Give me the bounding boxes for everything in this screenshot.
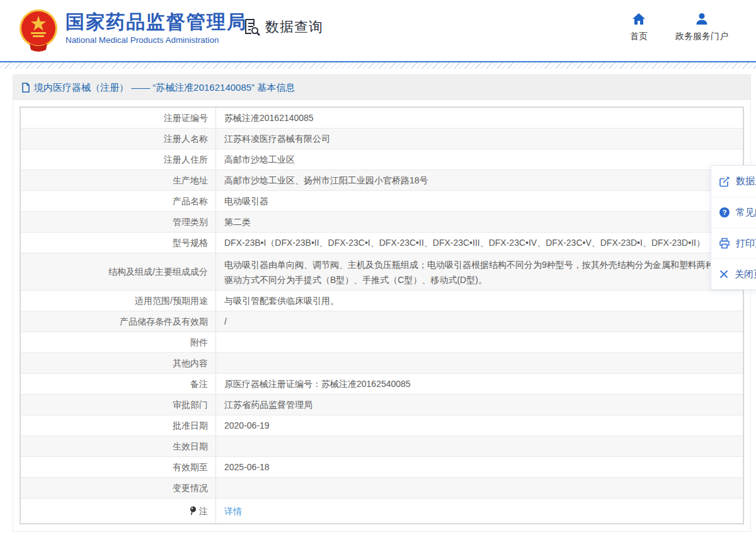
- field-value: 高邮市沙埝工业区、扬州市江阳工业园小官桥路18号: [216, 170, 743, 190]
- field-value: 苏械注准20162140085: [216, 108, 743, 128]
- field-label: 产品名称: [21, 191, 216, 211]
- nav-home[interactable]: 首页: [630, 13, 648, 42]
- table-row: 附件: [21, 332, 743, 352]
- field-label: 注: [21, 499, 216, 523]
- field-label: 结构及组成/主要组成成分: [21, 253, 216, 290]
- table-row: 注册证编号苏械注准20162140085: [21, 108, 743, 128]
- field-value: /: [216, 311, 743, 332]
- field-label: 型号规格: [21, 233, 216, 253]
- field-label: 其他内容: [21, 353, 216, 373]
- field-label: 注册证编号: [21, 108, 216, 128]
- page-title: 境内医疗器械（注册） —— “苏械注准20162140085” 基本信息: [34, 82, 295, 94]
- nav-gov-portal-label: 政务服务门户: [675, 31, 728, 42]
- user-icon: [695, 13, 709, 25]
- detail-link[interactable]: 详情: [224, 505, 242, 517]
- field-label: 生效日期: [21, 436, 216, 456]
- org-title-block: 国家药品监督管理局 National Medical Products Admi…: [66, 11, 247, 45]
- field-value: 江苏省药品监督管理局: [216, 395, 743, 415]
- nav-home-label: 首页: [630, 31, 648, 42]
- table-row: 审批部门江苏省药品监督管理局: [21, 394, 743, 415]
- field-value: 原医疗器械注册证编号：苏械注准20162540085: [216, 374, 743, 394]
- org-name-cn: 国家药品监督管理局: [66, 11, 247, 33]
- home-icon: [632, 13, 646, 25]
- field-label: 产品储存条件及有效期: [21, 311, 216, 332]
- field-value: [216, 332, 743, 352]
- panel-item-print[interactable]: 打印页面: [711, 228, 756, 258]
- floating-tools-panel: 数据反馈 ? 常见问题 打印页面 关闭页面: [711, 165, 756, 290]
- field-value: 江苏科凌医疗器械有限公司: [216, 129, 743, 149]
- field-label: 变更情况: [21, 478, 216, 498]
- field-label: 备注: [21, 374, 216, 394]
- table-row: 产品名称电动吸引器: [21, 190, 743, 211]
- table-row: 结构及组成/主要组成成分电动吸引器由单向阀、调节阀、主机及负压瓶组成；电动吸引器…: [21, 253, 743, 290]
- svg-text:?: ?: [723, 209, 727, 216]
- data-query-link[interactable]: 数据查询: [242, 18, 323, 37]
- table-row: 生效日期: [21, 436, 743, 456]
- field-label: 适用范围/预期用途: [21, 291, 216, 311]
- panel-item-feedback[interactable]: 数据反馈: [711, 166, 756, 197]
- field-label: 管理类别: [21, 212, 216, 232]
- panel-item-label: 关闭页面: [735, 268, 756, 280]
- field-value: DFX-23B•I（DFX-23B•II、DFX-23C•I、DFX-23C•I…: [216, 233, 743, 253]
- field-label: 批准日期: [21, 415, 216, 436]
- table-row: 变更情况: [21, 477, 743, 498]
- field-label: 审批部门: [21, 395, 216, 415]
- panel-item-label: 数据反馈: [736, 175, 756, 187]
- field-value: 第二类: [216, 212, 743, 232]
- org-name-en: National Medical Products Administration: [66, 35, 247, 45]
- table-row: 其他内容: [21, 352, 743, 373]
- data-query-label: 数据查询: [265, 18, 323, 37]
- faq-icon: ?: [719, 207, 730, 218]
- page-header: 国家药品监督管理局 National Medical Products Admi…: [0, 0, 756, 61]
- content-panel: 境内医疗器械（注册） —— “苏械注准20162140085” 基本信息 注册证…: [13, 74, 751, 532]
- header-stripes-band: [0, 62, 756, 69]
- field-label: 生产地址: [21, 170, 216, 190]
- panel-item-label: 打印页面: [736, 238, 756, 250]
- table-row-note: 注 详情: [21, 498, 743, 523]
- feedback-icon: [719, 176, 730, 187]
- registration-info-table: 注册证编号苏械注准20162140085 注册人名称江苏科凌医疗器械有限公司 注…: [20, 107, 744, 524]
- table-row: 批准日期2020-06-19: [21, 415, 743, 436]
- table-row: 适用范围/预期用途与吸引管配套供临床吸引用。: [21, 290, 743, 311]
- field-value: 2020-06-19: [216, 415, 743, 436]
- nav-gov-portal[interactable]: 政务服务门户: [675, 13, 728, 42]
- national-emblem-logo[interactable]: [18, 8, 59, 52]
- field-value: 2025-06-18: [216, 457, 743, 477]
- table-row: 注册人名称江苏科凌医疗器械有限公司: [21, 128, 743, 149]
- field-label: 注册人住所: [21, 149, 216, 170]
- field-value: 详情: [216, 499, 743, 523]
- panel-item-label: 常见问题: [736, 207, 756, 219]
- table-row: 管理类别第二类: [21, 211, 743, 232]
- field-label: 注册人名称: [21, 129, 216, 149]
- panel-item-faq[interactable]: ? 常见问题: [711, 197, 756, 228]
- field-value: 电动吸引器由单向阀、调节阀、主机及负压瓶组成；电动吸引器根据结构不同分为9种型号…: [216, 253, 743, 290]
- document-icon: [21, 83, 30, 93]
- table-row: 生产地址高邮市沙埝工业区、扬州市江阳工业园小官桥路18号: [21, 170, 743, 190]
- panel-item-close[interactable]: 关闭页面: [711, 258, 756, 289]
- table-row: 有效期至2025-06-18: [21, 456, 743, 477]
- field-value: 与吸引管配套供临床吸引用。: [216, 291, 743, 311]
- table-row: 型号规格DFX-23B•I（DFX-23B•II、DFX-23C•I、DFX-2…: [21, 232, 743, 253]
- table-row: 注册人住所高邮市沙埝工业区: [21, 149, 743, 170]
- field-label: 附件: [21, 332, 216, 352]
- print-icon: [719, 238, 730, 249]
- table-row: 产品储存条件及有效期/: [21, 311, 743, 332]
- field-value: [216, 478, 743, 498]
- page-titlebar: 境内医疗器械（注册） —— “苏械注准20162140085” 基本信息: [13, 75, 750, 100]
- note-pin-icon: [190, 506, 197, 516]
- field-value: [216, 353, 743, 373]
- top-nav: 首页 政务服务门户: [630, 13, 728, 42]
- close-icon: [719, 269, 729, 279]
- note-label: 注: [199, 505, 208, 517]
- field-value: 电动吸引器: [216, 191, 743, 211]
- field-value: [216, 436, 743, 456]
- table-row: 备注原医疗器械注册证编号：苏械注准20162540085: [21, 373, 743, 394]
- field-value: 高邮市沙埝工业区: [216, 149, 743, 170]
- document-search-icon: [242, 18, 261, 37]
- field-label: 有效期至: [21, 457, 216, 477]
